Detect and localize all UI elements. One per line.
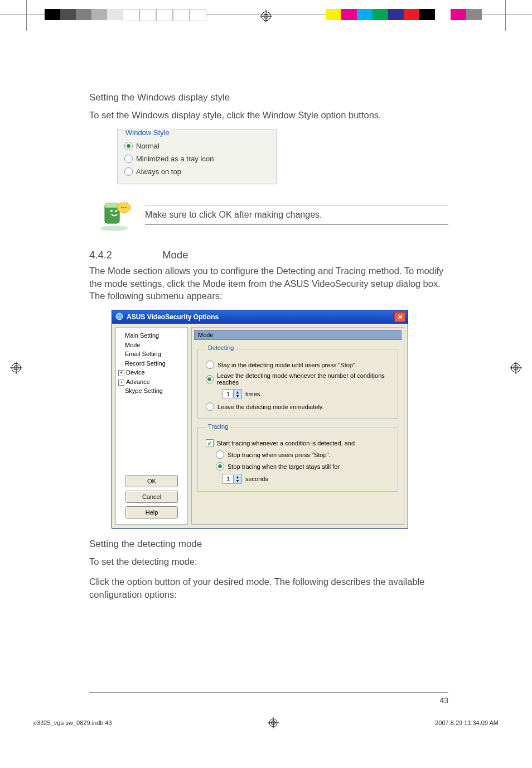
app-icon	[115, 313, 123, 322]
spinner-value: 1	[223, 476, 233, 482]
tree-pane: Main Setting Mode Email Setting Record S…	[115, 327, 188, 525]
tree-item[interactable]: Main Setting	[125, 332, 159, 339]
spinner-value: 1	[223, 391, 233, 397]
mascot-note-icon	[95, 198, 134, 232]
radio-detect-leave-count[interactable]: Leave the detecting mode whenever the nu…	[206, 371, 392, 387]
svg-point-15	[110, 210, 113, 212]
trace-seconds-spinner[interactable]: 1 ▲▼	[223, 474, 242, 484]
seconds-label: seconds	[245, 476, 268, 482]
checkbox-start-tracing[interactable]: ✔ Start tracing whenever a condition is …	[206, 438, 392, 449]
svg-point-19	[123, 207, 124, 208]
svg-point-18	[121, 207, 122, 208]
videosecurity-options-dialog: ASUS VideoSecurity Options ✕ Main Settin…	[112, 310, 408, 529]
radio-icon	[216, 462, 224, 471]
tree-item[interactable]: Advance	[126, 378, 150, 385]
heading-window-style: Setting the Windows display style	[89, 92, 448, 103]
close-icon: ✕	[398, 314, 403, 321]
radio-label: Leave the detecting mode immediately.	[217, 404, 324, 410]
window-style-groupbox: Window Style Normal Minimized as a tray …	[117, 129, 277, 184]
para-detecting-2: Click the option button of your desired …	[89, 575, 448, 601]
detecting-group: Detecting Stay in the detecting mode unt…	[197, 345, 398, 419]
radio-trace-stop-user[interactable]: Stop tracing when users press "Stop".	[206, 449, 392, 460]
cancel-button[interactable]: Cancel	[125, 491, 178, 503]
tracing-group: Tracing ✔ Start tracing whenever a condi…	[197, 424, 398, 492]
detect-times-spinner[interactable]: 1 ▲▼	[223, 389, 242, 399]
radio-label: Leave the detecting mode whenever the nu…	[217, 372, 392, 386]
mode-paragraph: The Mode section allows you to configure…	[89, 265, 448, 302]
registration-mark-icon	[510, 362, 522, 374]
checkbox-label: Start tracing whenever a condition is de…	[217, 440, 355, 447]
detecting-legend: Detecting	[206, 344, 236, 351]
note-text: Make sure to click OK after making chang…	[145, 208, 448, 222]
tree-item[interactable]: Mode	[125, 342, 141, 348]
expand-icon[interactable]: +	[118, 370, 124, 376]
radio-label: Always on top	[136, 167, 181, 176]
tree-item[interactable]: Email Setting	[125, 351, 161, 357]
dialog-title: ASUS VideoSecurity Options	[127, 313, 219, 321]
radio-minimized[interactable]: Minimized as a tray icon	[124, 152, 269, 165]
radio-icon	[216, 450, 224, 459]
svg-point-16	[115, 210, 117, 212]
heading-detecting-mode: Setting the detecting mode	[89, 539, 448, 550]
registration-mark-icon	[268, 717, 279, 728]
section-title: Mode	[162, 249, 188, 261]
footer-date: 2007.8.29 11:34:09 AM	[435, 719, 499, 726]
radio-icon	[124, 167, 133, 176]
svg-point-20	[125, 207, 127, 208]
settings-tree[interactable]: Main Setting Mode Email Setting Record S…	[118, 331, 185, 396]
print-footer: e3325_vga sw_0829.indb 43 2007.8.29 11:3…	[0, 705, 532, 736]
registration-mark-icon	[10, 362, 22, 374]
times-label: times.	[245, 391, 262, 397]
radio-icon	[206, 361, 214, 369]
radio-label: Minimized as a tray icon	[136, 155, 214, 163]
color-swatches	[326, 9, 482, 20]
tree-item[interactable]: Record Setting	[125, 360, 166, 367]
radio-label: Stop tracing when users press "Stop".	[228, 452, 331, 458]
trace-seconds-row: 1 ▲▼ seconds	[206, 472, 392, 486]
chevron-down-icon[interactable]: ▼	[236, 479, 240, 483]
groupbox-legend: Window Style	[123, 128, 172, 137]
print-crop-top	[0, 0, 532, 31]
para-window-style: To set the Windows display style, click …	[89, 109, 448, 121]
tree-item[interactable]: Device	[126, 369, 145, 376]
tracing-legend: Tracing	[206, 423, 230, 430]
radio-icon	[206, 375, 214, 383]
radio-detect-immediate[interactable]: Leave the detecting mode immediately.	[206, 401, 392, 412]
registration-mark-icon	[260, 10, 272, 22]
radio-always-on-top[interactable]: Always on top	[124, 165, 269, 178]
radio-icon	[124, 155, 133, 163]
radio-icon	[206, 402, 214, 411]
checkbox-icon: ✔	[206, 439, 214, 447]
svg-point-12	[100, 225, 128, 231]
footer-filename: e3325_vga sw_0829.indb 43	[33, 719, 112, 726]
page-number: 43	[89, 692, 448, 705]
radio-label: Stay in the detecting mode until users p…	[217, 362, 357, 368]
para-detecting-1: To set the detecting mode:	[89, 555, 448, 568]
ok-button[interactable]: OK	[125, 475, 178, 487]
radio-trace-stop-still[interactable]: Stop tracing when the target stays still…	[206, 460, 392, 472]
chevron-down-icon[interactable]: ▼	[236, 394, 240, 398]
mode-header: Mode	[194, 330, 402, 340]
radio-normal[interactable]: Normal	[124, 140, 269, 152]
mode-content-pane: Mode Detecting Stay in the detecting mod…	[191, 327, 404, 525]
radio-icon	[124, 142, 133, 150]
grayscale-swatches	[45, 9, 206, 20]
expand-icon[interactable]: +	[118, 380, 124, 386]
help-button[interactable]: Help	[125, 506, 178, 519]
svg-point-21	[116, 313, 123, 320]
note-row: Make sure to click OK after making chang…	[95, 198, 448, 232]
dialog-titlebar: ASUS VideoSecurity Options ✕	[112, 310, 408, 324]
tree-item[interactable]: Skype Setting	[125, 387, 163, 394]
section-number: 4.4.2	[89, 249, 112, 261]
chevron-up-icon[interactable]: ▲	[236, 390, 240, 394]
chevron-up-icon[interactable]: ▲	[236, 475, 240, 479]
radio-label: Normal	[136, 142, 159, 150]
close-button[interactable]: ✕	[394, 312, 405, 322]
radio-detect-stay[interactable]: Stay in the detecting mode until users p…	[206, 359, 392, 371]
radio-label: Stop tracing when the target stays still…	[228, 463, 340, 470]
detect-times-row: 1 ▲▼ times.	[206, 387, 392, 401]
